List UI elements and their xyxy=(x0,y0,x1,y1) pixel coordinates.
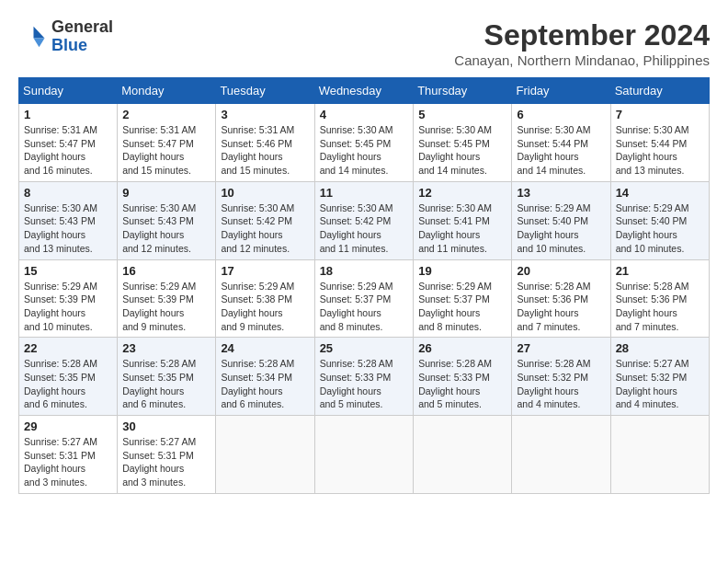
calendar-cell: 25Sunrise: 5:28 AMSunset: 5:33 PMDayligh… xyxy=(314,338,414,416)
logo-icon xyxy=(18,23,46,51)
calendar-cell xyxy=(610,416,709,494)
logo-line2: Blue xyxy=(51,37,113,55)
calendar-cell: 15Sunrise: 5:29 AMSunset: 5:39 PMDayligh… xyxy=(19,259,118,338)
day-info: Sunrise: 5:28 AMSunset: 5:33 PMDaylight … xyxy=(418,357,506,411)
weekday-header: Wednesday xyxy=(314,78,414,104)
weekday-header: Friday xyxy=(512,78,610,104)
day-info: Sunrise: 5:28 AMSunset: 5:35 PMDaylight … xyxy=(122,357,210,411)
calendar-cell: 3Sunrise: 5:31 AMSunset: 5:46 PMDaylight… xyxy=(216,104,314,182)
calendar-cell: 28Sunrise: 5:27 AMSunset: 5:32 PMDayligh… xyxy=(610,338,709,416)
day-number: 25 xyxy=(320,341,409,355)
day-info: Sunrise: 5:30 AMSunset: 5:43 PMDaylight … xyxy=(24,201,112,256)
day-info: Sunrise: 5:28 AMSunset: 5:32 PMDaylight … xyxy=(517,357,605,411)
weekday-header: Monday xyxy=(118,78,216,104)
calendar-cell: 18Sunrise: 5:29 AMSunset: 5:37 PMDayligh… xyxy=(314,259,414,338)
day-number: 5 xyxy=(418,108,506,121)
day-number: 4 xyxy=(320,108,409,121)
calendar-cell: 5Sunrise: 5:30 AMSunset: 5:45 PMDaylight… xyxy=(414,104,512,182)
day-number: 29 xyxy=(24,419,112,433)
day-number: 10 xyxy=(221,186,309,200)
calendar-cell: 12Sunrise: 5:30 AMSunset: 5:41 PMDayligh… xyxy=(414,181,512,259)
calendar-cell: 17Sunrise: 5:29 AMSunset: 5:38 PMDayligh… xyxy=(216,259,314,338)
day-info: Sunrise: 5:28 AMSunset: 5:33 PMDaylight … xyxy=(320,357,409,411)
weekday-header: Sunday xyxy=(19,78,118,104)
title-area: September 2024 Canayan, Northern Mindana… xyxy=(454,18,710,68)
calendar-week-row: 29Sunrise: 5:27 AMSunset: 5:31 PMDayligh… xyxy=(19,416,710,494)
calendar-cell: 24Sunrise: 5:28 AMSunset: 5:34 PMDayligh… xyxy=(216,338,314,416)
day-info: Sunrise: 5:31 AMSunset: 5:46 PMDaylight … xyxy=(221,123,309,178)
calendar-table: SundayMondayTuesdayWednesdayThursdayFrid… xyxy=(18,77,710,494)
day-number: 8 xyxy=(24,186,112,200)
day-number: 30 xyxy=(122,419,210,433)
day-number: 16 xyxy=(122,264,210,278)
day-number: 23 xyxy=(122,341,210,355)
calendar-cell xyxy=(314,416,414,494)
day-number: 9 xyxy=(122,186,210,200)
calendar-cell: 14Sunrise: 5:29 AMSunset: 5:40 PMDayligh… xyxy=(610,181,709,259)
calendar-week-row: 15Sunrise: 5:29 AMSunset: 5:39 PMDayligh… xyxy=(19,259,710,338)
day-number: 17 xyxy=(221,264,309,278)
day-number: 24 xyxy=(221,341,309,355)
day-info: Sunrise: 5:30 AMSunset: 5:42 PMDaylight … xyxy=(320,201,409,256)
day-info: Sunrise: 5:29 AMSunset: 5:38 PMDaylight … xyxy=(221,280,309,334)
day-info: Sunrise: 5:28 AMSunset: 5:35 PMDaylight … xyxy=(24,357,112,411)
weekday-header-row: SundayMondayTuesdayWednesdayThursdayFrid… xyxy=(19,78,710,104)
calendar-cell: 23Sunrise: 5:28 AMSunset: 5:35 PMDayligh… xyxy=(118,338,216,416)
day-info: Sunrise: 5:29 AMSunset: 5:37 PMDaylight … xyxy=(320,280,409,334)
day-info: Sunrise: 5:28 AMSunset: 5:36 PMDaylight … xyxy=(517,280,605,334)
svg-marker-1 xyxy=(34,38,45,47)
weekday-header: Thursday xyxy=(414,78,512,104)
day-number: 12 xyxy=(418,186,506,200)
calendar-cell: 21Sunrise: 5:28 AMSunset: 5:36 PMDayligh… xyxy=(610,259,709,338)
day-number: 15 xyxy=(24,264,112,278)
day-number: 1 xyxy=(24,108,112,121)
day-info: Sunrise: 5:30 AMSunset: 5:43 PMDaylight … xyxy=(122,201,210,256)
logo: General Blue xyxy=(18,18,113,55)
day-number: 27 xyxy=(517,341,605,355)
day-number: 3 xyxy=(221,108,309,121)
weekday-header: Tuesday xyxy=(216,78,314,104)
calendar-cell xyxy=(512,416,610,494)
day-number: 6 xyxy=(517,108,605,121)
month-title: September 2024 xyxy=(454,18,710,52)
calendar-cell: 27Sunrise: 5:28 AMSunset: 5:32 PMDayligh… xyxy=(512,338,610,416)
day-info: Sunrise: 5:28 AMSunset: 5:36 PMDaylight … xyxy=(616,280,704,334)
day-info: Sunrise: 5:30 AMSunset: 5:41 PMDaylight … xyxy=(418,201,506,256)
day-info: Sunrise: 5:31 AMSunset: 5:47 PMDaylight … xyxy=(24,123,112,178)
calendar-week-row: 22Sunrise: 5:28 AMSunset: 5:35 PMDayligh… xyxy=(19,338,710,416)
calendar-cell: 26Sunrise: 5:28 AMSunset: 5:33 PMDayligh… xyxy=(414,338,512,416)
calendar-cell: 7Sunrise: 5:30 AMSunset: 5:44 PMDaylight… xyxy=(610,104,709,182)
calendar-cell: 19Sunrise: 5:29 AMSunset: 5:37 PMDayligh… xyxy=(414,259,512,338)
calendar-cell: 6Sunrise: 5:30 AMSunset: 5:44 PMDaylight… xyxy=(512,104,610,182)
day-number: 11 xyxy=(320,186,409,200)
day-number: 14 xyxy=(616,186,704,200)
day-info: Sunrise: 5:30 AMSunset: 5:42 PMDaylight … xyxy=(221,201,309,256)
calendar-week-row: 1Sunrise: 5:31 AMSunset: 5:47 PMDaylight… xyxy=(19,104,710,182)
calendar-cell: 11Sunrise: 5:30 AMSunset: 5:42 PMDayligh… xyxy=(314,181,414,259)
day-info: Sunrise: 5:30 AMSunset: 5:44 PMDaylight … xyxy=(517,123,605,178)
day-number: 26 xyxy=(418,341,506,355)
calendar-week-row: 8Sunrise: 5:30 AMSunset: 5:43 PMDaylight… xyxy=(19,181,710,259)
calendar-cell: 10Sunrise: 5:30 AMSunset: 5:42 PMDayligh… xyxy=(216,181,314,259)
day-info: Sunrise: 5:29 AMSunset: 5:40 PMDaylight … xyxy=(616,201,704,256)
calendar-cell: 20Sunrise: 5:28 AMSunset: 5:36 PMDayligh… xyxy=(512,259,610,338)
day-info: Sunrise: 5:29 AMSunset: 5:39 PMDaylight … xyxy=(122,280,210,334)
day-number: 7 xyxy=(616,108,704,121)
day-info: Sunrise: 5:29 AMSunset: 5:39 PMDaylight … xyxy=(24,280,112,334)
day-info: Sunrise: 5:29 AMSunset: 5:40 PMDaylight … xyxy=(517,201,605,256)
logo-line1: General xyxy=(51,18,113,37)
calendar-cell: 9Sunrise: 5:30 AMSunset: 5:43 PMDaylight… xyxy=(118,181,216,259)
day-info: Sunrise: 5:30 AMSunset: 5:45 PMDaylight … xyxy=(320,123,409,178)
calendar-cell: 1Sunrise: 5:31 AMSunset: 5:47 PMDaylight… xyxy=(19,104,118,182)
day-number: 28 xyxy=(616,341,704,355)
day-number: 21 xyxy=(616,264,704,278)
day-info: Sunrise: 5:29 AMSunset: 5:37 PMDaylight … xyxy=(418,280,506,334)
calendar-cell: 2Sunrise: 5:31 AMSunset: 5:47 PMDaylight… xyxy=(118,104,216,182)
location: Canayan, Northern Mindanao, Philippines xyxy=(454,52,710,68)
day-number: 18 xyxy=(320,264,409,278)
weekday-header: Saturday xyxy=(610,78,709,104)
day-number: 2 xyxy=(122,108,210,121)
calendar-cell: 22Sunrise: 5:28 AMSunset: 5:35 PMDayligh… xyxy=(19,338,118,416)
day-info: Sunrise: 5:28 AMSunset: 5:34 PMDaylight … xyxy=(221,357,309,411)
calendar-cell: 13Sunrise: 5:29 AMSunset: 5:40 PMDayligh… xyxy=(512,181,610,259)
